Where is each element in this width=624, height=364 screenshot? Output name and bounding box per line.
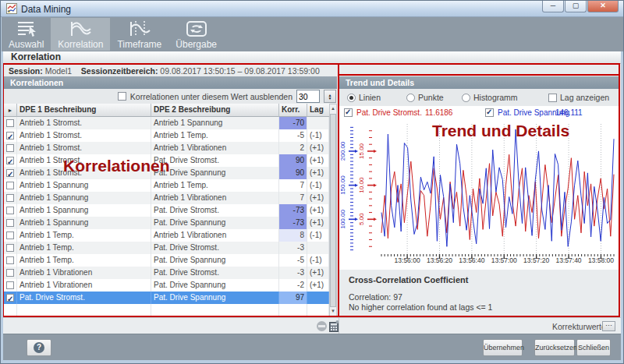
table-row[interactable]: Antrieb 1 SpannungAntrieb 1 Temp.7(-1) xyxy=(4,179,329,192)
maximize-button[interactable]: ▢ xyxy=(565,1,587,12)
korrekturwerte-more-button[interactable]: ··· xyxy=(602,321,615,331)
checkbox-label: Lag anzeigen xyxy=(560,93,609,102)
lag-anzeigen-checkbox[interactable]: Lag anzeigen xyxy=(548,93,609,102)
trend-chart-svg[interactable]: 13:56:0013:56:2013:56:4013:57:0013:57:20… xyxy=(339,119,619,270)
window-frame xyxy=(1,17,3,363)
tool-button-timeframe[interactable]: Timeframe xyxy=(110,18,168,51)
row-checkbox[interactable] xyxy=(6,182,14,189)
cell-dpe1: Antrieb 1 Spannung xyxy=(17,192,151,204)
radio-punkte[interactable]: Punkte xyxy=(406,93,444,102)
cell-dpe1: Antrieb 1 Temp. xyxy=(17,242,151,254)
header-col-korr[interactable]: Korr. xyxy=(279,104,307,117)
header-col-dpe2[interactable]: DPE 2 Beschreibung xyxy=(151,104,279,117)
row-checkbox[interactable] xyxy=(6,231,14,239)
radio-linien[interactable]: Linien xyxy=(347,93,381,102)
filter-label: Korrelationen unter diesem Wert ausblend… xyxy=(130,92,292,101)
titlebar[interactable]: Data Mining ─ ▢ ✕ xyxy=(1,1,623,17)
uebernehmen-button[interactable]: Übernehmen xyxy=(483,339,523,356)
schliessen-button[interactable]: Schließen xyxy=(576,339,611,356)
table-row[interactable]: Antrieb 1 VibrationenPat. Drive Stromst.… xyxy=(4,267,329,279)
help-icon: ? xyxy=(34,342,44,353)
stop-icon[interactable] xyxy=(317,321,327,331)
filter-checkbox[interactable] xyxy=(118,92,126,101)
cell-korr: 97 xyxy=(279,292,307,304)
help-button[interactable]: ? xyxy=(27,339,51,356)
row-checkbox[interactable] xyxy=(6,157,14,164)
legend-checkbox[interactable] xyxy=(485,108,494,117)
cell-korr: 90 xyxy=(279,154,307,167)
checkbox-icon[interactable] xyxy=(548,94,557,102)
close-button[interactable]: ✕ xyxy=(587,1,619,12)
spin-down-icon[interactable]: ▼ xyxy=(328,97,332,100)
status-strip: Korrekturwerte ··· xyxy=(2,317,624,334)
row-checkbox[interactable] xyxy=(6,144,14,152)
tool-button-label: Korrelation xyxy=(58,39,103,50)
radio-icon[interactable] xyxy=(347,94,356,102)
row-checkbox[interactable] xyxy=(6,207,14,214)
table-row[interactable]: Antrieb 1 Stromst.Pat. Drive Stromst.90(… xyxy=(4,154,329,167)
table-row[interactable]: Antrieb 1 Stromst.Antrieb 1 Spannung-70 xyxy=(4,117,329,129)
table-row[interactable]: Antrieb 1 SpannungPat. Drive Spannung-73… xyxy=(4,217,329,229)
table-row[interactable]: Antrieb 1 Stromst.Antrieb 1 Temp.-5(-1) xyxy=(4,129,329,142)
cell-dpe2: Pat. Drive Stromst. xyxy=(151,154,279,167)
row-checkbox[interactable] xyxy=(6,256,14,264)
table-row[interactable]: Antrieb 1 SpannungAntrieb 1 Vibrationen7… xyxy=(4,192,329,204)
cell-lag: (+1) xyxy=(307,204,329,217)
legend-value: 146.111 xyxy=(555,108,583,117)
zuruecksetzen-button[interactable]: Zurücksetzen xyxy=(534,339,575,356)
cell-lag: (-1) xyxy=(307,129,329,142)
table-row[interactable]: Antrieb 1 SpannungPat. Drive Stromst.-73… xyxy=(4,204,329,217)
row-checkbox[interactable] xyxy=(6,132,14,140)
cell-dpe1: Antrieb 1 Stromst. xyxy=(17,129,151,142)
cell-dpe1: Antrieb 1 Stromst. xyxy=(17,167,151,179)
radio-icon[interactable] xyxy=(462,94,470,102)
row-checkbox[interactable] xyxy=(6,119,14,127)
cell-korr: 7 xyxy=(279,179,307,192)
header-col-dpe1[interactable]: DPE 1 Beschreibung xyxy=(17,104,151,117)
window-frame xyxy=(1,360,623,363)
table-row[interactable]: Antrieb 1 Temp.Pat. Drive Stromst.-3 xyxy=(4,242,329,254)
filter-threshold-input[interactable] xyxy=(296,90,320,103)
header-col-expander[interactable]: ► xyxy=(4,104,17,117)
cell-lag: (-1) xyxy=(307,229,329,242)
svg-text:150.00: 150.00 xyxy=(339,175,346,195)
cell-dpe1: Antrieb 1 Spannung xyxy=(17,204,151,217)
row-checkbox[interactable] xyxy=(6,269,14,277)
correlation-note-line: No higher correlation found at lags <= 1 xyxy=(349,302,492,312)
tool-button-auswahl[interactable]: Auswahl xyxy=(2,18,51,51)
table-row[interactable]: Pat. Drive Stromst.Pat. Drive Spannung97 xyxy=(4,292,329,304)
table-scrollbar[interactable]: ▲ ▼ xyxy=(329,104,337,316)
row-checkbox[interactable] xyxy=(6,169,14,177)
cell-lag: (-1) xyxy=(307,179,329,192)
cell-lag: (+1) xyxy=(307,154,329,167)
radio-label: Punkte xyxy=(418,93,444,102)
filter-spinner[interactable]: ▲▼ xyxy=(324,90,336,103)
legend-value: 11.6186 xyxy=(425,108,452,117)
cell-lag: (+1) xyxy=(307,279,329,292)
radio-histogramm[interactable]: Histogramm xyxy=(462,93,518,102)
row-checkbox[interactable] xyxy=(6,219,14,227)
row-checkbox[interactable] xyxy=(6,244,14,252)
row-checkbox[interactable] xyxy=(6,294,14,302)
cell-dpe2: Pat. Drive Stromst. xyxy=(151,267,279,279)
scroll-thumb[interactable] xyxy=(330,114,336,307)
minimize-button[interactable]: ─ xyxy=(542,1,564,12)
selection-list-icon xyxy=(15,20,38,37)
table-row[interactable]: Antrieb 1 VibrationenPat. Drive Spannung… xyxy=(4,279,329,292)
row-checkbox[interactable] xyxy=(6,281,14,289)
table-row[interactable]: Antrieb 1 Stromst.Pat. Drive Spannung90(… xyxy=(4,167,329,179)
tool-button-uebergabe[interactable]: Übergabe xyxy=(168,18,224,51)
table-row[interactable]: Antrieb 1 Temp.Antrieb 1 Vibrationen8(-1… xyxy=(4,229,329,242)
scroll-up-icon[interactable]: ▲ xyxy=(330,104,336,113)
row-checkbox[interactable] xyxy=(6,194,14,202)
radio-icon[interactable] xyxy=(406,94,415,102)
legend-checkbox[interactable] xyxy=(344,108,353,117)
cell-lag xyxy=(307,304,329,316)
trend-chart[interactable]: 13:56:0013:56:2013:56:4013:57:0013:57:20… xyxy=(339,119,619,270)
scroll-down-icon[interactable]: ▼ xyxy=(330,307,336,316)
table-row[interactable]: Antrieb 1 Temp.Pat. Drive Spannung-5(-1) xyxy=(4,254,329,267)
tool-button-korrelation[interactable]: Korrelation xyxy=(51,18,110,51)
table-row[interactable]: Antrieb 1 Stromst.Antrieb 1 Vibrationen2… xyxy=(4,142,329,154)
svg-text:5.00: 5.00 xyxy=(358,213,365,225)
header-col-lag[interactable]: Lag xyxy=(307,104,329,117)
